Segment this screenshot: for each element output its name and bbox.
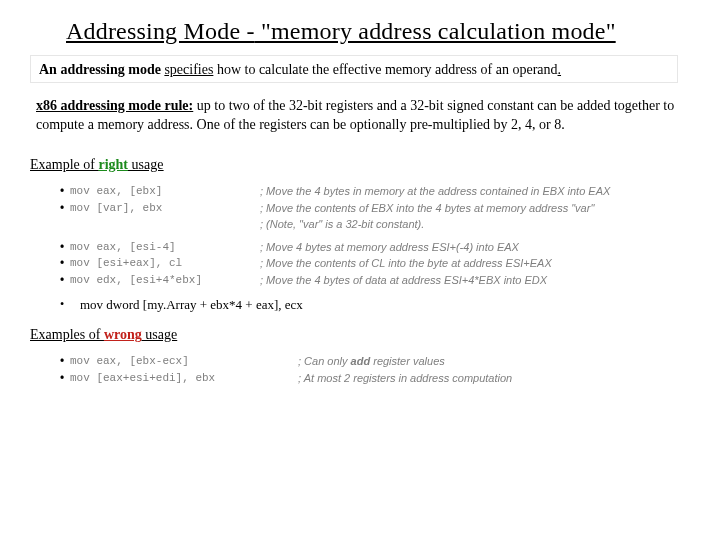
def-verb: specifies — [164, 62, 213, 77]
def-lead: An addressing mode — [39, 62, 164, 77]
bullet-icon: • — [54, 239, 70, 256]
code-comment: ; Can only add register values — [298, 353, 692, 370]
code-comment: ; Move the 4 bytes in memory at the addr… — [260, 183, 692, 200]
list-item: •mov [esi+eax], cl; Move the contents of… — [54, 255, 692, 272]
def-rest: how to calculate the effective memory ad… — [213, 62, 557, 77]
code-snippet: mov eax, [ebx] — [70, 183, 260, 200]
code-snippet: mov edx, [esi+4*ebx] — [70, 272, 260, 289]
right-usage-header: Example of right usage — [30, 157, 692, 173]
bullet-icon: • — [54, 200, 70, 217]
list-item: •mov [eax+esi+edi], ebx; At most 2 regis… — [54, 370, 692, 387]
code-comment: ; Move the contents of EBX into the 4 by… — [260, 200, 692, 233]
code-snippet: mov [esi+eax], cl — [70, 255, 260, 272]
right-h-p2: right — [98, 157, 128, 172]
bullet-icon: • — [54, 272, 70, 289]
code-comment: ; Move 4 bytes at memory address ESI+(-4… — [260, 239, 692, 256]
bullet-icon: • — [54, 183, 70, 200]
wrong-h-p2: wrong — [104, 327, 142, 342]
bullet-icon: • — [54, 353, 70, 370]
list-item: •mov [var], ebx; Move the contents of EB… — [54, 200, 692, 233]
list-item: •mov edx, [esi+4*ebx]; Move the 4 bytes … — [54, 272, 692, 289]
page-title: Addressing Mode - "memory address calcul… — [66, 18, 692, 45]
right-examples: •mov eax, [ebx]; Move the 4 bytes in mem… — [54, 183, 692, 289]
code-snippet: mov eax, [ebx-ecx] — [70, 353, 298, 370]
wrong-h-p3: usage — [142, 327, 177, 342]
code-comment: ; Move the contents of CL into the byte … — [260, 255, 692, 272]
definition-box: An addressing mode specifies how to calc… — [30, 55, 678, 83]
code-snippet: mov [eax+esi+edi], ebx — [70, 370, 298, 387]
bullet-icon: • — [54, 297, 70, 312]
bullet-icon: • — [54, 370, 70, 387]
code-comment: ; Move the 4 bytes of data at address ES… — [260, 272, 692, 289]
code-snippet: mov eax, [esi-4] — [70, 239, 260, 256]
code-comment: ; At most 2 registers in address computa… — [298, 370, 692, 387]
right-h-p3: usage — [128, 157, 163, 172]
title-part2: "memory address calculation mode" — [255, 18, 616, 44]
rule-paragraph: x86 addressing mode rule: up to two of t… — [36, 97, 692, 135]
wrong-h-p1: Examples of — [30, 327, 104, 342]
code-snippet: mov [var], ebx — [70, 200, 260, 217]
title-part1: Addressing Mode - — [66, 18, 255, 44]
def-period: . — [558, 62, 562, 77]
wrong-examples: •mov eax, [ebx-ecx]; Can only add regist… — [54, 353, 692, 387]
extra-example-code: mov dword [my.Array + ebx*4 + eax], ecx — [70, 297, 303, 313]
list-item: •mov eax, [ebx-ecx]; Can only add regist… — [54, 353, 692, 370]
wrong-usage-header: Examples of wrong usage — [30, 327, 692, 343]
extra-example: • mov dword [my.Array + ebx*4 + eax], ec… — [54, 297, 692, 313]
right-h-p1: Example of — [30, 157, 98, 172]
bullet-icon: • — [54, 255, 70, 272]
list-item: •mov eax, [esi-4]; Move 4 bytes at memor… — [54, 239, 692, 256]
rule-lead: x86 addressing mode rule: — [36, 98, 193, 113]
list-item: •mov eax, [ebx]; Move the 4 bytes in mem… — [54, 183, 692, 200]
